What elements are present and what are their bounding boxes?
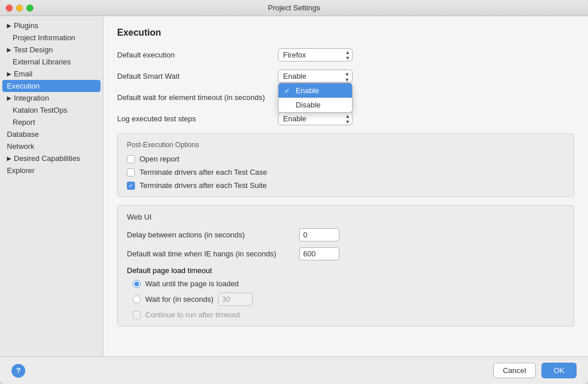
section-title: Execution (117, 28, 574, 38)
sidebar-item-desired-capabilities[interactable]: ▶ Desired Capabilities (0, 152, 103, 164)
default-execution-row: Default execution Firefox ▲ ▼ (117, 48, 574, 62)
arrow-icon: ▶ (7, 47, 11, 53)
sidebar-item-label: Database (7, 130, 39, 139)
ie-hang-label: Default wait time when IE hangs (in seco… (127, 249, 299, 258)
sidebar-item-database[interactable]: Database (0, 128, 103, 140)
sidebar-item-external-libraries[interactable]: External Libraries (0, 56, 103, 68)
sidebar-item-report[interactable]: Report (0, 116, 103, 128)
sidebar-item-integration[interactable]: ▶ Integration (0, 92, 103, 104)
arrow-icon: ▶ (7, 71, 11, 77)
default-smart-wait-label: Default Smart Wait (117, 72, 278, 80)
page-load-title-row: Default page load timeout (127, 266, 564, 275)
sidebar-item-label: External Libraries (13, 57, 71, 66)
sidebar-item-network[interactable]: Network (0, 140, 103, 152)
post-execution-box: Post-Execution Options Open report Termi… (117, 133, 574, 197)
sidebar-item-plugins[interactable]: ▶ Plugins (0, 20, 103, 32)
sidebar-item-project-information[interactable]: Project Information (0, 32, 103, 44)
default-execution-select[interactable]: Firefox (278, 48, 353, 62)
sidebar-item-label: Test Design (14, 45, 53, 54)
post-execution-title: Post-Execution Options (127, 141, 564, 149)
smart-wait-selected-value: Enable (283, 72, 306, 80)
delay-row: Delay between actions (in seconds) (127, 228, 564, 241)
main-content: Execution Default execution Firefox ▲ ▼ … (103, 16, 588, 356)
wait-for-input (218, 293, 253, 306)
terminate-suite-label: Terminate drivers after each Test Suite (140, 181, 267, 190)
terminate-suite-checkbox[interactable] (127, 182, 135, 190)
maximize-button[interactable] (26, 5, 33, 11)
traffic-lights (6, 5, 33, 11)
select-down-arrow-icon: ▼ (345, 76, 350, 82)
ie-hang-input[interactable] (299, 247, 339, 260)
sidebar-item-email[interactable]: ▶ Email (0, 68, 103, 80)
footer: ? Cancel OK (0, 356, 588, 384)
sidebar-item-explorer[interactable]: Explorer (0, 164, 103, 176)
wait-until-radio[interactable] (133, 280, 141, 288)
help-button[interactable]: ? (11, 364, 25, 378)
arrow-icon: ▶ (7, 95, 11, 101)
titlebar: Project Settings (0, 0, 588, 16)
sidebar-item-label: Explorer (7, 166, 34, 175)
webui-box: Web UI Delay between actions (in seconds… (117, 205, 574, 327)
log-steps-row: Log executed test steps Enable ▲ ▼ (117, 112, 574, 125)
cancel-button[interactable]: Cancel (493, 363, 536, 378)
window-title: Project Settings (268, 3, 320, 12)
smart-wait-option-disable[interactable]: Disable (278, 98, 352, 112)
smart-wait-dropdown-popup: ✓ Enable Disable (278, 83, 353, 113)
open-report-row: Open report (127, 155, 564, 163)
terminate-suite-row: Terminate drivers after each Test Suite (127, 181, 564, 190)
window: Project Settings ▶ Plugins Project Infor… (0, 0, 588, 384)
wait-for-label: Wait for (in seconds) (145, 295, 214, 304)
log-steps-label: Log executed test steps (117, 114, 278, 123)
sidebar-item-label: Network (7, 142, 34, 151)
continue-checkbox (133, 311, 141, 319)
continue-row: Continue to run after timeout (127, 310, 564, 319)
sidebar-item-label: Report (13, 118, 35, 126)
webui-title: Web UI (127, 213, 564, 221)
sidebar-item-label: Email (14, 70, 33, 78)
wait-until-label: Wait until the page is loaded (145, 279, 239, 288)
sidebar-item-label: Katalon TestOps (13, 106, 67, 114)
dropdown-option-label: Disable (296, 101, 320, 109)
default-execution-select-wrapper: Firefox ▲ ▼ (278, 48, 353, 62)
terminate-each-label: Terminate drivers after each Test Case (140, 168, 267, 176)
minimize-button[interactable] (16, 5, 23, 11)
page-load-title: Default page load timeout (127, 266, 212, 275)
sidebar-item-label: Project Information (13, 33, 75, 42)
terminate-each-checkbox[interactable] (127, 168, 135, 176)
sidebar-item-label: Plugins (14, 21, 38, 30)
sidebar-item-label: Desired Capabilities (14, 154, 80, 163)
terminate-each-row: Terminate drivers after each Test Case (127, 168, 564, 176)
ie-hang-row: Default wait time when IE hangs (in seco… (127, 247, 564, 260)
smart-wait-dropdown-container: Enable ▲ ▼ ✓ Enable (278, 70, 353, 83)
ok-button[interactable]: OK (541, 363, 577, 378)
delay-label: Delay between actions (in seconds) (127, 231, 299, 239)
smart-wait-option-enable[interactable]: ✓ Enable (278, 83, 352, 98)
delay-input[interactable] (299, 228, 339, 241)
wait-for-radio[interactable] (133, 295, 141, 304)
checkmark-icon: ✓ (284, 87, 292, 95)
default-execution-label: Default execution (117, 51, 278, 59)
sidebar-item-label: Execution (7, 82, 40, 90)
sidebar-item-katalon-testops[interactable]: Katalon TestOps (0, 104, 103, 116)
sidebar-item-label: Integration (14, 94, 49, 102)
arrow-icon: ▶ (7, 22, 11, 29)
arrow-icon: ▶ (7, 155, 11, 162)
select-up-arrow-icon: ▲ (345, 70, 350, 76)
log-steps-select-wrapper: Enable ▲ ▼ (278, 112, 353, 125)
close-button[interactable] (6, 5, 13, 11)
smart-wait-select[interactable]: Enable ▲ ▼ (278, 70, 353, 83)
content-area: ▶ Plugins Project Information ▶ Test Des… (0, 16, 588, 356)
wait-for-row: Wait for (in seconds) (127, 293, 564, 306)
open-report-checkbox[interactable] (127, 155, 135, 163)
default-smart-wait-row: Default Smart Wait Enable ▲ ▼ ✓ Enable (117, 70, 574, 83)
dropdown-option-label: Enable (296, 86, 319, 95)
wait-until-row: Wait until the page is loaded (127, 279, 564, 288)
continue-label: Continue to run after timeout (145, 310, 240, 319)
open-report-label: Open report (140, 155, 179, 163)
log-steps-select[interactable]: Enable (278, 112, 353, 125)
sidebar-item-test-design[interactable]: ▶ Test Design (0, 44, 103, 56)
sidebar-item-execution[interactable]: Execution (2, 80, 100, 92)
default-wait-label: Default wait for element timeout (in sec… (117, 93, 278, 102)
sidebar: ▶ Plugins Project Information ▶ Test Des… (0, 16, 103, 356)
